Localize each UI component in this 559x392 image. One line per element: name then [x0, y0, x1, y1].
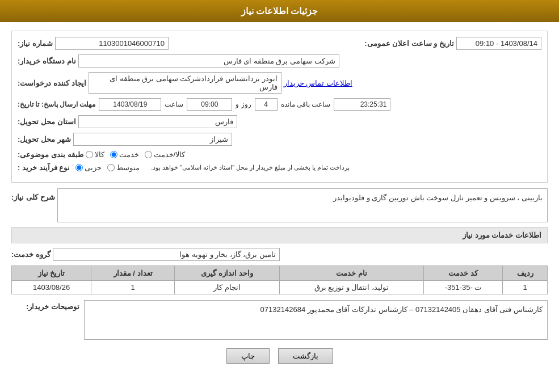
cell-radif: 1 [503, 281, 548, 294]
row-ejad: اطلاعات تماس خریدار ابوذر یزدانشناس قرار… [18, 72, 541, 94]
print-button[interactable]: چاپ [226, 348, 270, 364]
radio-khadamat-input[interactable] [110, 151, 117, 158]
cell-quantity: 1 [91, 281, 175, 294]
ejad-label: ایجاد کننده درخواست: [18, 79, 86, 87]
nam-dastgah-value: شرکت سهامی برق منطقه ای فارس [78, 54, 339, 68]
cell-unit: انجام کار [174, 281, 279, 294]
row-ostan: فارس استان محل تحویل: [18, 115, 541, 128]
tarikh-alam-value: 1403/08/14 - 09:10 [456, 37, 541, 50]
col-radif: ردیف [503, 266, 548, 281]
services-section-title: اطلاعات خدمات مورد نیاز [11, 227, 548, 243]
row-farayand: پرداخت تمام یا بخشی از مبلغ خریدار از مح… [18, 163, 541, 172]
radio-farayand: متوسط جزیی [75, 163, 140, 172]
page-header: جزئیات اطلاعات نیاز [0, 0, 559, 22]
days-text: روز و [236, 100, 251, 108]
gorooh-value: تامین برق، گاز، بخار و تهویه هوا [53, 248, 280, 261]
col-date: تاریخ نیاز [12, 266, 91, 281]
row-shomara: 1403/08/14 - 09:10 تاریخ و ساعت اعلان عم… [18, 37, 541, 50]
main-content: 1403/08/14 - 09:10 تاریخ و ساعت اعلان عم… [0, 22, 559, 372]
time-label: ساعت [165, 100, 183, 108]
header-title: جزئیات اطلاعات نیاز [241, 6, 318, 16]
cell-code: ت -35-351- [423, 281, 503, 294]
col-name: نام خدمت [279, 266, 423, 281]
radio-khadamat: خدمت [110, 150, 139, 159]
date-value: 1403/08/19 [99, 98, 161, 111]
tosif-value: کارشناس فنی آقای دهقان 07132142405 – کار… [84, 300, 548, 340]
days-value: 4 [255, 98, 278, 111]
remaining-value: 23:25:31 [334, 98, 390, 111]
process-note: پرداخت تمام یا بخشی از مبلغ خریدار از مح… [151, 164, 350, 171]
tabaqa-label: طبقه بندی موضوعی: [18, 150, 83, 159]
remaining-text: ساعت باقی مانده [281, 100, 331, 108]
row-mohlat: 23:25:31 ساعت باقی مانده 4 روز و 09:00 س… [18, 98, 541, 111]
radio-tabaqa: کالا/خدمت خدمت کالا [86, 150, 186, 159]
sharh-label: شرح کلی نیاز: [11, 188, 55, 201]
cell-name: تولید، انتقال و توزیع برق [279, 281, 423, 294]
shomara-group: 1103001046000710 شماره نیاز: [18, 37, 169, 50]
table-row: 1ت -35-351-تولید، انتقال و توزیع برقانجا… [12, 281, 548, 294]
remaining-group: 23:25:31 ساعت باقی مانده 4 روز و 09:00 س… [18, 98, 390, 111]
col-qty: تعداد / مقدار [91, 266, 175, 281]
page-container: جزئیات اطلاعات نیاز 1403/08/14 - 09:10 ت… [0, 0, 559, 392]
radio-mottasat: متوسط [107, 163, 140, 172]
row-gorooh: تامین برق، گاز، بخار و تهویه هوا گروه خد… [11, 248, 548, 261]
services-table: ردیف کد خدمت نام خدمت واحد اندازه گیری ت… [11, 265, 548, 294]
kala-khadamat-label: کالا/خدمت [154, 150, 186, 159]
shomara-niaz-value: 1103001046000710 [55, 37, 169, 50]
radio-kala-khadamat: کالا/خدمت [145, 150, 186, 159]
row-tabaqa: کالا/خدمت خدمت کالا طبقه بندی موضوعی: [18, 150, 541, 159]
ostan-value: فارس [78, 115, 237, 128]
cell-date: 1403/08/26 [12, 281, 91, 294]
ostan-label: استان محل تحویل: [18, 117, 76, 126]
tabaqa-group: کالا/خدمت خدمت کالا طبقه بندی موضوعی: [18, 150, 185, 159]
ostan-group: فارس استان محل تحویل: [18, 115, 237, 128]
button-row: بازگشت چاپ [11, 348, 548, 364]
radio-jozii: جزیی [75, 163, 102, 172]
nam-dastgah-group: شرکت سهامی برق منطقه ای فارس نام دستگاه … [18, 54, 339, 68]
time-value: 09:00 [187, 98, 232, 111]
shahr-value: شیراز [73, 133, 232, 146]
radio-kala-khadamat-input[interactable] [145, 151, 152, 158]
radio-kala-input[interactable] [86, 151, 93, 158]
radio-mottasat-input[interactable] [107, 164, 115, 171]
gorooh-group: تامین برق، گاز، بخار و تهویه هوا گروه خد… [11, 248, 280, 261]
tarikh-alam-label: تاریخ و ساعت اعلان عمومی: [364, 39, 454, 48]
row-tosif: کارشناس فنی آقای دهقان 07132142405 – کار… [11, 300, 548, 340]
khadamat-label: خدمت [119, 150, 139, 159]
nam-dastgah-label: نام دستگاه خریدار: [18, 57, 76, 65]
tarikh-group: 1403/08/14 - 09:10 تاریخ و ساعت اعلان عم… [364, 37, 541, 50]
mottasat-label: متوسط [116, 163, 140, 172]
jozii-label: جزیی [85, 163, 102, 172]
radio-kala: کالا [86, 150, 104, 159]
tosif-label: توصیحات خریدار: [11, 300, 79, 311]
sharh-group: بازبینی ، سرویس و تعمیر نازل سوخت باش تو… [11, 188, 548, 222]
ejad-value: ابوذر یزدانشناس قراردادشرکت سهامی برق من… [89, 72, 281, 94]
back-button[interactable]: بازگشت [278, 348, 333, 364]
gorooh-label: گروه خدمت: [11, 250, 51, 259]
mohlat-label: مهلت ارسال پاسخ: تا تاریخ: [18, 100, 95, 108]
radio-jozii-input[interactable] [75, 164, 83, 171]
shahr-group: شیراز شهر محل تحویل: [18, 133, 232, 146]
farayand-label: نوع فرآیند خرید : [18, 163, 70, 172]
shahr-label: شهر محل تحویل: [18, 135, 71, 144]
info-section: 1403/08/14 - 09:10 تاریخ و ساعت اعلان عم… [11, 31, 548, 183]
row-shahr: شیراز شهر محل تحویل: [18, 133, 541, 146]
ejad-group: اطلاعات تماس خریدار ابوذر یزدانشناس قرار… [18, 72, 352, 94]
kala-label: کالا [95, 150, 104, 159]
col-code: کد خدمت [423, 266, 503, 281]
sharh-value: بازبینی ، سرویس و تعمیر نازل سوخت باش تو… [57, 188, 548, 222]
shomara-niaz-label: شماره نیاز: [18, 39, 53, 48]
row-nam-dastgah: شرکت سهامی برق منطقه ای فارس نام دستگاه … [18, 54, 541, 68]
col-unit: واحد اندازه گیری [174, 266, 279, 281]
ejad-link[interactable]: اطلاعات تماس خریدار [284, 79, 352, 87]
row-sharh: بازبینی ، سرویس و تعمیر نازل سوخت باش تو… [11, 188, 548, 222]
